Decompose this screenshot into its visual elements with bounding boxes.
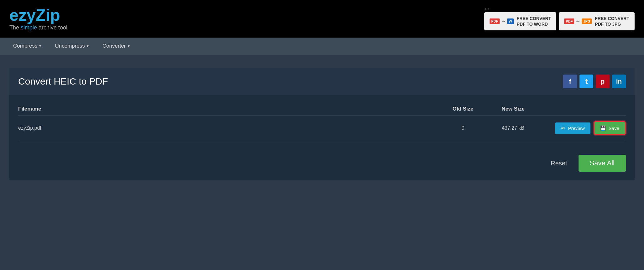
ad-label: AD [484,7,635,11]
ad-card-word[interactable]: PDF → W FREE CONVERTPDF TO WORD [484,12,556,30]
logo: ezyZip [9,7,67,23]
cell-old-size: 0 [438,125,488,131]
main-card: Convert HEIC to PDF f 𝕥 p in Filename Ol… [9,68,635,180]
pdf-icon-2: PDF [564,18,574,24]
col-actions [538,106,626,112]
pinterest-button[interactable]: p [596,75,610,88]
twitter-button[interactable]: 𝕥 [579,75,593,88]
ad-banner: AD PDF → W FREE CONVERTPDF TO WORD PDF →… [484,7,635,30]
tagline-link[interactable]: simple [21,24,37,31]
arrow-icon: → [501,18,506,24]
nav-label-converter: Converter [102,43,126,49]
logo-area: ezyZip The simple archive tool [9,7,67,31]
nav-label-compress: Compress [13,43,37,49]
save-button[interactable]: 💾 Save [594,121,626,135]
col-filename: Filename [18,106,438,112]
ad-icons-jpg: PDF → JPG [564,18,592,24]
linkedin-button[interactable]: in [612,75,626,88]
table-header: Filename Old Size New Size [18,103,626,116]
arrow-icon-2: → [575,18,580,24]
card-header: Convert HEIC to PDF f 𝕥 p in [9,68,635,95]
col-old-size: Old Size [438,106,488,112]
ad-card-jpg[interactable]: PDF → JPG FREE CONVERTPDF TO JPG [559,12,635,30]
preview-label: Preview [568,126,584,131]
pdf-icon: PDF [490,18,500,24]
preview-button[interactable]: 👁 Preview [555,122,590,134]
table-row: ezyZip.pdf 0 437.27 kB 👁 Preview 💾 Save [18,116,626,141]
ad-icons-word: PDF → W [490,18,513,24]
tagline-pre: The [9,24,21,31]
logo-white: ezy [9,6,36,24]
nav-item-compress[interactable]: Compress ▾ [6,38,48,55]
nav-label-uncompress: Uncompress [55,43,85,49]
navbar: Compress ▾ Uncompress ▾ Converter ▾ [0,38,644,55]
col-new-size: New Size [488,106,538,112]
reset-button[interactable]: Reset [544,157,573,170]
save-icon: 💾 [600,125,606,131]
cell-filename: ezyZip.pdf [18,125,438,131]
card-title: Convert HEIC to PDF [18,76,108,87]
facebook-button[interactable]: f [563,75,577,88]
jpg-icon: JPG [582,18,592,24]
logo-blue: Zip [36,6,60,24]
preview-icon: 👁 [561,126,565,131]
table-area: Filename Old Size New Size ezyZip.pdf 0 … [9,95,635,148]
nav-item-uncompress[interactable]: Uncompress ▾ [48,38,95,55]
ad-text-word: FREE CONVERTPDF TO WORD [517,16,551,27]
tagline: The simple archive tool [9,24,67,31]
tagline-post: archive tool [37,24,67,31]
nav-arrow-converter: ▾ [128,44,130,48]
nav-arrow-compress: ▾ [39,44,41,48]
header: ezyZip The simple archive tool AD PDF → … [0,0,644,38]
footer-row: Reset Save All [9,148,635,180]
save-all-button[interactable]: Save All [579,155,626,172]
social-buttons: f 𝕥 p in [563,75,626,88]
ad-text-jpg: FREE CONVERTPDF TO JPG [595,16,629,27]
main-content: Convert HEIC to PDF f 𝕥 p in Filename Ol… [0,55,644,193]
cell-new-size: 437.27 kB [488,125,538,131]
nav-item-converter[interactable]: Converter ▾ [96,38,137,55]
nav-arrow-uncompress: ▾ [87,44,89,48]
cell-actions: 👁 Preview 💾 Save [538,121,626,135]
word-icon: W [507,18,513,24]
save-label: Save [609,126,619,131]
